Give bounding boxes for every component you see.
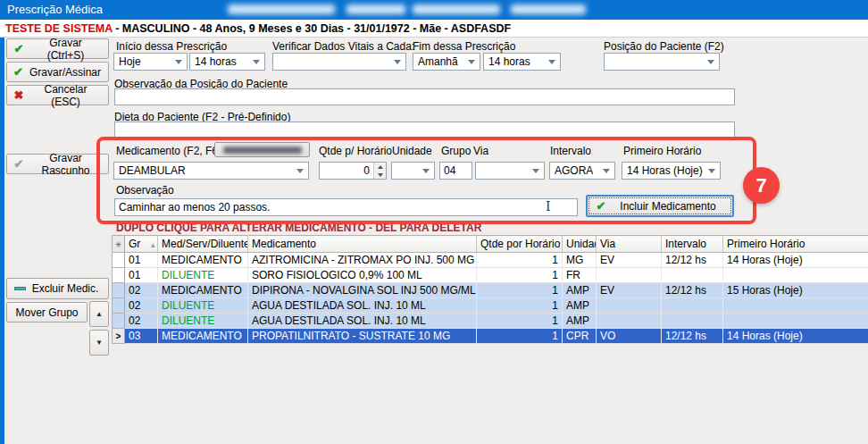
save-draft-button[interactable]: ✔ Gravar Rascunho: [6, 154, 109, 174]
grupo-label: Grupo: [441, 145, 471, 157]
minus-icon: [14, 287, 26, 290]
row-indicator: [113, 314, 125, 329]
cell-unidade: AMP: [563, 283, 597, 298]
qtde-horario-label: Qtde p/ Horário: [319, 145, 392, 157]
cell-via: [597, 314, 662, 329]
medicamento-combo[interactable]: DEAMBULAR: [113, 162, 309, 180]
column-header-intervalo[interactable]: Intervalo: [662, 236, 723, 253]
save-sign-button[interactable]: ✔ Gravar/Assinar: [6, 62, 109, 82]
cell-medicamento: PROPATILNITRATO - SUSTRATE 10 MG: [248, 329, 477, 344]
table-row[interactable]: 02DILUENTEAGUA DESTILADA SOL. INJ. 10 ML…: [113, 314, 868, 329]
stepper-down-button[interactable]: [374, 171, 386, 179]
title-bar: Prescrição Médica: [0, 0, 868, 20]
via-combo[interactable]: [475, 162, 545, 180]
cell-qtde-por-horario: 1: [477, 283, 563, 298]
table-row[interactable]: 01DILUENTESORO FISIOLOGICO 0,9% 100 ML1F…: [113, 268, 868, 283]
redacted-button[interactable]: [214, 142, 310, 157]
column-header-gr[interactable]: Gr▲: [125, 236, 158, 253]
cell-via: EV: [597, 283, 662, 298]
annotation-balloon: 7: [743, 167, 780, 204]
cell-intervalo: 12/12 hs: [662, 253, 723, 268]
move-group-button[interactable]: Mover Grupo: [6, 302, 88, 323]
combo-arrow-icon: [548, 60, 555, 64]
move-group-down-button[interactable]: ▼: [89, 330, 109, 356]
column-header-tipo[interactable]: Med/Serv/Diluente: [158, 236, 248, 253]
prescription-window: Prescrição Médica TESTE DE SISTEMA - MAS…: [0, 0, 868, 444]
fim-time-combo[interactable]: 14 horas: [483, 53, 561, 71]
combo-arrow-icon: [603, 169, 610, 173]
row-indicator: [113, 253, 125, 268]
cell-primeiro-horario: 14 Horas (Hoje): [723, 253, 868, 268]
cancel-button-label: Cancelar (ESC): [30, 83, 108, 108]
cell-qtde-por-horario: 1: [477, 329, 563, 344]
table-row[interactable]: 01MEDICAMENTOAZITROMICINA - ZITROMAX PO …: [113, 253, 868, 268]
cell-unidade: AMP: [563, 298, 597, 314]
cell-unidade: MG: [563, 253, 597, 268]
patient-name: TESTE DE SISTEMA: [5, 22, 113, 35]
combo-arrow-icon: [468, 60, 475, 64]
cell-qtde-por-horario: 1: [477, 314, 563, 329]
row-indicator: [113, 283, 125, 298]
table-header-row: ✳ Gr▲ Med/Serv/Diluente Medicamento Qtde…: [113, 236, 868, 253]
unidade-combo[interactable]: [391, 162, 435, 180]
posicao-paciente-label: Posição do Paciente (F2): [604, 40, 724, 53]
save-button[interactable]: ✔ Gravar (Ctrl+S): [6, 38, 109, 59]
redacted-text: [223, 147, 302, 154]
combo-arrow-icon: [296, 169, 304, 173]
indicator-column-header[interactable]: ✳: [113, 236, 125, 253]
arrow-down-icon: ▼: [96, 339, 103, 347]
cell-tipo: MEDICAMENTO: [158, 253, 248, 268]
cell-medicamento: AZITROMICINA - ZITROMAX PO INJ. 500 MG: [248, 253, 477, 268]
cross-icon: ✖: [7, 88, 30, 102]
row-pointer-icon: >: [113, 329, 125, 344]
inicio-day-combo[interactable]: Hoje: [113, 53, 188, 71]
via-label: Via: [473, 145, 488, 157]
incluir-medicamento-button-label: Incluir Medicamento: [614, 200, 732, 213]
primeiro-horario-value: 14 Horas (Hoje): [627, 164, 703, 177]
cell-gr: 01: [125, 253, 158, 268]
cell-intervalo: 12/12 hs: [662, 329, 723, 344]
redacted-title-text: [346, 4, 405, 14]
patient-details: - MASCULINO - 48 Anos, 9 Meses e 30 Dias…: [113, 22, 511, 35]
cell-via: EV: [597, 253, 662, 268]
combo-arrow-icon: [707, 60, 714, 64]
window-left-border: [0, 38, 4, 444]
dados-vitais-combo[interactable]: [272, 53, 406, 71]
stepper-up-button[interactable]: [374, 163, 386, 171]
table-row[interactable]: 02DILUENTEAGUA DESTILADA SOL. INJ. 10 ML…: [113, 298, 868, 314]
check-icon: ✔: [7, 42, 30, 55]
primeiro-horario-combo[interactable]: 14 Horas (Hoje): [622, 162, 721, 180]
table-row[interactable]: >03MEDICAMENTOPROPATILNITRATO - SUSTRATE…: [113, 329, 868, 344]
obs-posicao-input[interactable]: [114, 88, 735, 105]
cell-qtde-por-horario: 1: [477, 298, 563, 314]
column-header-qtde[interactable]: Qtde por Horário: [477, 236, 563, 253]
dieta-paciente-input[interactable]: [114, 121, 735, 138]
column-header-primeiro-horario[interactable]: Primeiro Horário: [723, 236, 868, 253]
incluir-medicamento-button[interactable]: ✔ Incluir Medicamento: [586, 195, 734, 217]
fim-day-combo[interactable]: Amanhã: [413, 53, 480, 71]
observacao-input[interactable]: [114, 198, 578, 216]
cell-primeiro-horario: [723, 298, 868, 314]
column-header-label: Unidade: [566, 238, 597, 250]
inicio-day-value: Hoje: [119, 55, 141, 68]
cell-tipo: MEDICAMENTO: [158, 329, 248, 344]
column-header-via[interactable]: Via: [597, 236, 662, 253]
delete-medication-button[interactable]: Excluir Medic.: [6, 278, 109, 299]
cell-medicamento: SORO FISIOLOGICO 0,9% 100 ML: [248, 268, 477, 283]
cancel-button[interactable]: ✖ Cancelar (ESC): [6, 85, 109, 105]
column-header-medicamento[interactable]: Medicamento: [248, 236, 477, 253]
inicio-time-combo[interactable]: 14 horas: [189, 53, 265, 71]
posicao-paciente-combo[interactable]: [604, 53, 720, 71]
intervalo-combo[interactable]: AGORA: [549, 162, 615, 180]
column-header-label: Qtde por Horário: [480, 238, 560, 250]
qtde-stepper[interactable]: 0: [319, 162, 387, 180]
grupo-input[interactable]: [439, 162, 472, 180]
qtde-value: 0: [320, 163, 373, 179]
table-row[interactable]: 02MEDICAMENTODIPIRONA - NOVALGINA SOL IN…: [113, 283, 868, 298]
row-indicator: [113, 268, 125, 283]
cell-unidade: FR: [563, 268, 597, 283]
move-group-up-button[interactable]: ▲: [89, 301, 109, 327]
cell-via: [597, 268, 662, 283]
column-header-unidade[interactable]: Unidade: [563, 236, 597, 253]
cell-gr: 02: [125, 298, 158, 314]
